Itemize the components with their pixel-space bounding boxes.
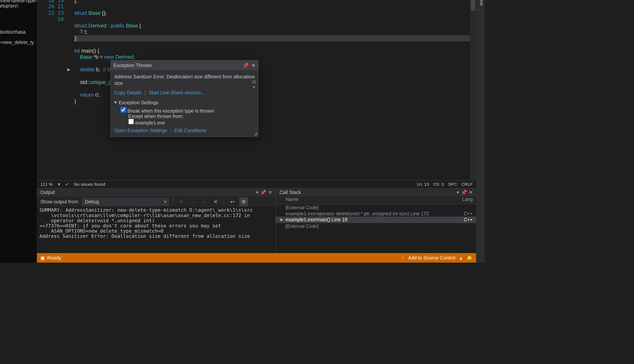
outline-margin[interactable]: ⊟ ⊟ ⊟ ⊟: [67, 0, 73, 180]
exception-message: Address Sanitizer Error: Deallocation si…: [111, 70, 258, 90]
callstack-header[interactable]: Name Lang: [276, 196, 476, 204]
vertical-scrollbar[interactable]: [470, 0, 476, 180]
pane-close-icon[interactable]: ✕: [469, 190, 473, 195]
console-window: ▣ C:\MSDN\cpp-docs-pr\docs\c-language\AS…: [0, 0, 37, 262]
output-title: Output: [40, 190, 55, 195]
live-share-link[interactable]: Start Live Share session...: [149, 90, 205, 95]
callstack-row[interactable]: [External Code]: [276, 223, 476, 229]
pin-icon[interactable]: 📌: [243, 62, 249, 68]
pane-dropdown-icon[interactable]: ▾: [256, 190, 259, 195]
edit-conditions-link[interactable]: Edit Conditions: [174, 128, 206, 133]
exception-title: Exception Thrown: [113, 62, 152, 68]
chevron-up-icon[interactable]: ▴: [460, 255, 462, 261]
resize-grip-icon[interactable]: ◢: [254, 131, 257, 136]
exception-settings-toggle[interactable]: ▾ Exception Settings: [114, 100, 255, 105]
callstack-row[interactable]: [External Code]: [276, 204, 476, 210]
team-explorer-tab[interactable]: Team Explorer: [476, 0, 485, 10]
except-item-checkbox[interactable]: example1.exe: [128, 120, 165, 125]
clear-icon[interactable]: ✕: [211, 198, 220, 206]
pane-pin-icon[interactable]: 📌: [461, 190, 467, 195]
zoom-level[interactable]: 111 %: [40, 182, 53, 186]
exception-popup: Exception Thrown 📌 ✕ Address Sanitizer E…: [110, 60, 258, 137]
editor-statusbar: 111 % ▾ ✔ No issues found Ln: 13 Ch: 3 S…: [37, 180, 476, 188]
add-source-control[interactable]: Add to Source Control: [408, 255, 455, 260]
side-tabs: Solution Explorer Team Explorer: [476, 0, 485, 262]
show-output-label: Show output from:: [40, 199, 79, 204]
open-exception-settings-link[interactable]: Open Exception Settings: [114, 128, 167, 133]
next-icon[interactable]: →: [200, 198, 208, 206]
char-indicator[interactable]: Ch: 3: [433, 182, 444, 186]
callstack-pane: Call Stack ▾ 📌 ✕ Name Lang: [276, 188, 476, 253]
upload-icon: ↑: [401, 255, 404, 260]
output-source-combo[interactable]: Debug: [82, 198, 169, 206]
check-icon: ✔: [65, 182, 69, 186]
chevron-down-icon: ▾: [114, 100, 117, 105]
vs-window: File Edit View Git Project Build Debug T…: [37, 0, 485, 262]
close-icon[interactable]: ✕: [251, 62, 255, 68]
vs-statusbar: ▣ Ready ↑ Add to Source Control ▴ 🔔: [37, 253, 476, 262]
notifications-icon[interactable]: 🔔: [467, 255, 473, 261]
pane-pin-icon[interactable]: 📌: [260, 190, 266, 195]
copy-details-link[interactable]: Copy Details: [114, 90, 141, 95]
callstack-row[interactable]: example1.exe!operator delete(void * ptr,…: [276, 210, 476, 217]
exception-header[interactable]: Exception Thrown 📌 ✕: [111, 60, 258, 70]
pane-dropdown-icon[interactable]: ▾: [457, 190, 459, 195]
issues-status[interactable]: No issues found: [74, 182, 105, 186]
except-label: Except when thrown from:: [128, 114, 255, 119]
callstack-body[interactable]: [External Code]example1.exe!operator del…: [276, 204, 476, 253]
output-text[interactable]: SUMMARY: AddressSanitizer: new-delete-ty…: [37, 207, 276, 253]
find-icon[interactable]: ≡: [177, 198, 186, 206]
output-settings-icon[interactable]: ⚙: [239, 198, 248, 206]
code-editor[interactable]: 1 2 3 4 5 6 7 8 9 10 11 12 13 14 15 16 1…: [37, 0, 476, 180]
callstack-row[interactable]: ➤example1.exe!main() Line 18C++: [276, 216, 476, 223]
line-numbers: 1 2 3 4 5 6 7 8 9 10 11 12 13 14 15 16 1…: [46, 0, 67, 180]
line-indicator[interactable]: Ln: 13: [417, 182, 429, 186]
status-ready: Ready: [47, 255, 61, 260]
glyph-margin[interactable]: [37, 0, 46, 180]
exception-scrollbar[interactable]: ▴▾: [251, 74, 257, 90]
console-output: ========================================…: [0, 0, 37, 262]
break-checkbox[interactable]: Break when this exception type is thrown: [120, 108, 214, 114]
pane-close-icon[interactable]: ✕: [268, 190, 272, 195]
spaces-indicator[interactable]: SPC: [448, 182, 457, 186]
chevron-down-icon[interactable]: ▾: [58, 182, 60, 186]
output-pane: Output ▾ 📌 ✕ Show output from: Debug ≡: [37, 188, 276, 253]
prev-icon[interactable]: ←: [188, 198, 197, 206]
status-icon: ▣: [40, 255, 45, 261]
word-wrap-icon[interactable]: ↩: [228, 198, 237, 206]
callstack-title: Call Stack: [280, 190, 301, 195]
current-line-arrow-icon: ➤: [66, 67, 70, 73]
lineending-indicator[interactable]: CRLF: [462, 182, 473, 186]
